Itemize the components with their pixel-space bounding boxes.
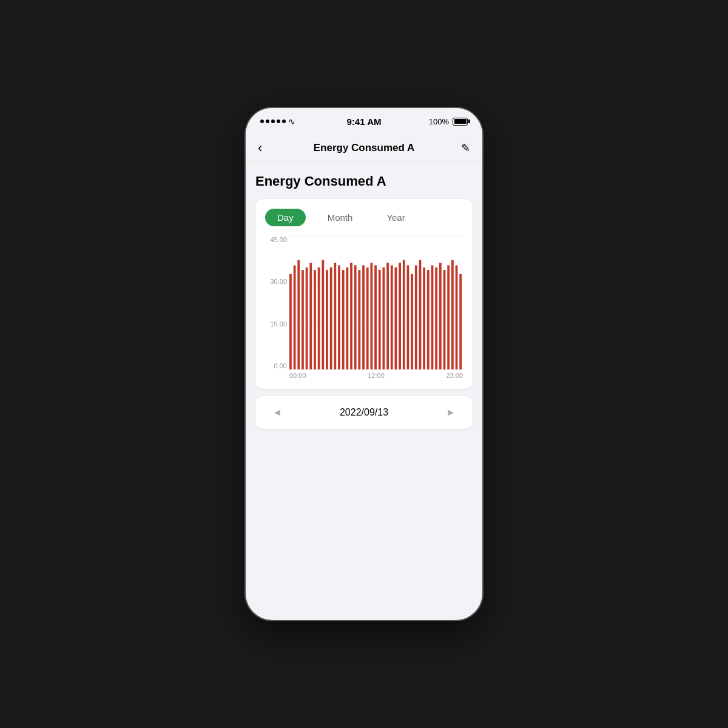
status-time: 9:41 AM [347, 116, 382, 127]
svg-rect-41 [439, 263, 442, 369]
svg-rect-28 [386, 263, 389, 369]
svg-rect-5 [294, 265, 296, 369]
nav-title: Energy Consumed A [314, 142, 415, 154]
svg-rect-42 [443, 270, 446, 369]
status-bar: ∿ 9:41 AM 100% [246, 108, 482, 135]
svg-rect-35 [415, 265, 417, 369]
svg-rect-45 [456, 265, 458, 369]
y-label-15: 15.00 [265, 320, 287, 328]
svg-rect-9 [309, 263, 312, 369]
prev-date-button[interactable]: ◄ [268, 405, 287, 420]
svg-rect-10 [314, 270, 316, 369]
x-label-end: 23:00 [446, 372, 463, 379]
svg-rect-8 [306, 268, 308, 369]
svg-rect-31 [399, 263, 401, 369]
svg-rect-26 [379, 270, 381, 369]
battery-percent: 100% [429, 117, 449, 126]
x-label-mid: 12:00 [368, 372, 385, 379]
svg-rect-43 [447, 265, 450, 369]
svg-rect-16 [338, 265, 340, 369]
svg-rect-39 [431, 265, 434, 369]
y-label-0: 0.00 [265, 362, 287, 369]
tab-day[interactable]: Day [265, 209, 306, 226]
y-label-30: 30.00 [265, 278, 287, 285]
chart-svg-wrapper [289, 236, 463, 369]
svg-rect-46 [459, 274, 462, 369]
svg-rect-12 [322, 260, 324, 369]
svg-rect-24 [370, 263, 372, 369]
status-right: 100% [429, 117, 468, 126]
svg-rect-15 [334, 263, 336, 369]
chart-area: 45.00 30.00 15.00 0.00 [289, 236, 463, 369]
battery-icon [453, 118, 468, 126]
svg-rect-25 [374, 265, 377, 369]
tab-selector: Day Month Year [265, 209, 463, 226]
svg-rect-21 [358, 270, 360, 369]
edit-button[interactable]: ✎ [461, 141, 470, 155]
svg-rect-4 [289, 274, 292, 369]
svg-rect-22 [362, 265, 365, 369]
svg-rect-11 [318, 268, 320, 369]
svg-rect-14 [330, 268, 332, 369]
wifi-icon: ∿ [288, 116, 295, 126]
next-date-button[interactable]: ► [441, 405, 460, 420]
svg-rect-34 [411, 274, 413, 369]
svg-rect-20 [354, 265, 357, 369]
phone-frame: ∿ 9:41 AM 100% ‹ Energy Consumed A ✎ Ene… [246, 108, 482, 620]
svg-rect-33 [407, 265, 410, 369]
battery-fill [454, 119, 467, 124]
x-label-start: 00:00 [289, 372, 306, 379]
date-nav-card: ◄ 2022/09/13 ► [255, 396, 473, 429]
svg-rect-18 [346, 268, 348, 369]
current-date: 2022/09/13 [340, 407, 388, 418]
tab-month[interactable]: Month [315, 209, 365, 226]
signal-dots [260, 120, 286, 123]
svg-rect-7 [302, 270, 304, 369]
nav-bar: ‹ Energy Consumed A ✎ [246, 135, 482, 161]
svg-rect-6 [297, 260, 300, 369]
page-title: Energy Consumed A [255, 174, 473, 189]
bar-chart-svg [289, 236, 463, 369]
y-axis: 45.00 30.00 15.00 0.00 [265, 236, 287, 369]
status-left: ∿ [260, 116, 295, 126]
svg-rect-27 [382, 268, 385, 369]
main-content: Energy Consumed A Day Month Year 45.00 3… [246, 161, 482, 441]
svg-rect-29 [391, 265, 393, 369]
svg-rect-37 [423, 268, 425, 369]
svg-rect-38 [427, 270, 430, 369]
svg-rect-36 [419, 260, 422, 369]
back-button[interactable]: ‹ [258, 140, 262, 156]
svg-rect-44 [451, 260, 454, 369]
svg-rect-30 [395, 268, 397, 369]
svg-rect-17 [342, 270, 345, 369]
svg-rect-23 [366, 268, 369, 369]
x-axis: 00:00 12:00 23:00 [289, 372, 463, 379]
svg-rect-19 [350, 263, 352, 369]
chart-card: Day Month Year 45.00 30.00 15.00 0.00 [255, 199, 473, 389]
y-label-45: 45.00 [265, 236, 287, 243]
svg-rect-32 [403, 260, 405, 369]
tab-year[interactable]: Year [374, 209, 417, 226]
svg-rect-40 [435, 268, 437, 369]
svg-rect-13 [326, 270, 328, 369]
